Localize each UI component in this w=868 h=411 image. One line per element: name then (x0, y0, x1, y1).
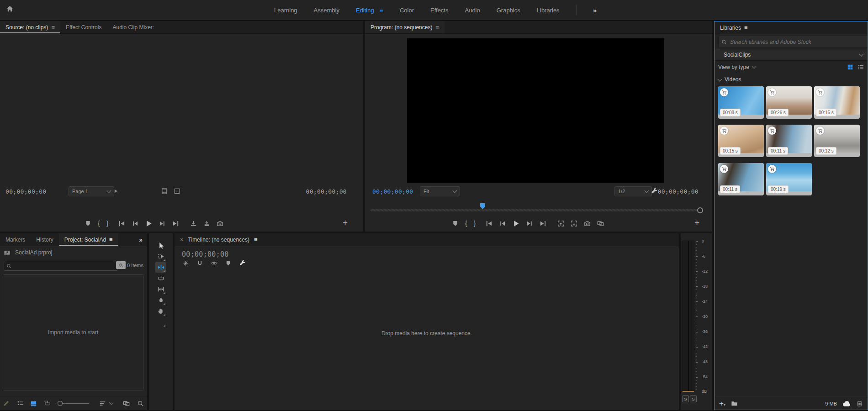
slip-tool[interactable] (155, 284, 166, 295)
mark-in-icon[interactable]: { (465, 220, 467, 227)
settings-wrench-icon[interactable] (651, 188, 658, 195)
view-by-type-label[interactable]: View by type (718, 64, 749, 70)
tab-markers[interactable]: Markers (0, 233, 31, 246)
video-card[interactable]: 00:11 s (766, 125, 812, 157)
zoom-slider-knob[interactable] (58, 401, 63, 406)
lift-icon[interactable] (557, 220, 564, 227)
workspace-tab-graphics[interactable]: Graphics (497, 7, 520, 14)
project-writable-icon[interactable] (3, 400, 10, 407)
cart-icon[interactable] (720, 165, 728, 173)
workspace-tab-editing[interactable]: Editing (356, 7, 374, 14)
panel-menu-icon[interactable]: ≡ (435, 24, 439, 31)
film-display-icon[interactable] (161, 188, 168, 195)
timeline-drop-zone[interactable]: Drop media here to create sequence. (175, 330, 679, 337)
pen-tool[interactable] (155, 295, 166, 306)
add-marker-icon[interactable] (452, 220, 459, 227)
scrubber-track[interactable] (370, 209, 701, 211)
tab-project[interactable]: Project: SocialAd ≡ (59, 233, 118, 246)
new-item-button[interactable]: +▾ (719, 400, 725, 407)
track-select-forward-tool[interactable] (155, 251, 166, 262)
chevron-down-icon[interactable] (109, 400, 114, 405)
mark-in-icon[interactable]: { (98, 220, 100, 227)
project-breadcrumb[interactable]: SocialAd.prproj (4, 249, 52, 256)
go-to-out-icon[interactable] (172, 220, 179, 227)
solo-left-button[interactable]: S (682, 395, 689, 402)
workspace-tab-audio[interactable]: Audio (465, 7, 480, 14)
find-icon[interactable] (137, 400, 144, 407)
razor-tool[interactable] (155, 273, 166, 284)
add-marker-icon[interactable] (85, 220, 91, 227)
list-view-icon[interactable] (17, 400, 24, 407)
cart-icon[interactable] (816, 88, 824, 96)
program-current-timecode[interactable]: 00;00;00;00 (372, 188, 413, 195)
export-frame-icon[interactable] (584, 220, 591, 227)
step-forward-icon[interactable] (159, 220, 166, 227)
step-forward-icon[interactable] (526, 220, 533, 227)
panel-menu-icon[interactable]: ≡ (254, 236, 258, 243)
mark-out-icon[interactable]: } (474, 220, 476, 227)
playback-resolution-select[interactable]: 1/2 (614, 186, 652, 196)
zoom-slider-track[interactable] (63, 403, 89, 404)
add-button[interactable]: + (694, 218, 699, 227)
tab-effect-controls[interactable]: Effect Controls (60, 21, 107, 33)
search-bin-button[interactable] (116, 261, 126, 269)
linked-selection-icon[interactable] (211, 260, 217, 266)
cart-icon[interactable] (768, 165, 776, 173)
workspace-tab-color[interactable]: Color (400, 7, 414, 14)
cart-icon[interactable] (720, 88, 728, 96)
hand-tool[interactable] (155, 306, 166, 316)
ripple-edit-tool[interactable] (155, 262, 166, 273)
video-card[interactable]: 00:26 s (766, 86, 812, 119)
tab-libraries[interactable]: Libraries ≡ (715, 21, 753, 34)
workspace-menu-icon[interactable]: ≡ (380, 6, 383, 14)
cart-icon[interactable] (816, 126, 824, 135)
button-editor-icon[interactable] (174, 188, 180, 195)
libraries-search-input[interactable] (729, 38, 866, 46)
grid-view-icon[interactable] (847, 64, 853, 70)
go-to-in-icon[interactable] (486, 220, 492, 227)
video-card[interactable]: 00:11 s (718, 163, 764, 195)
tab-program[interactable]: Program: (no sequences) ≡ (365, 21, 445, 33)
workspace-tab-libraries[interactable]: Libraries (537, 7, 560, 14)
panel-menu-icon[interactable]: ≡ (51, 24, 55, 31)
insert-icon[interactable] (190, 220, 197, 227)
program-video-preview[interactable] (407, 38, 664, 183)
add-marker-icon[interactable] (225, 260, 231, 266)
tab-history[interactable]: History (31, 233, 58, 246)
timeline-timecode[interactable]: 00;00;00;00 (182, 250, 229, 258)
panel-menu-icon[interactable]: ≡ (744, 24, 748, 31)
tab-timeline[interactable]: × Timeline: (no sequences) ≡ (175, 233, 263, 246)
cart-icon[interactable] (768, 88, 776, 96)
go-to-out-icon[interactable] (540, 220, 546, 227)
go-to-in-icon[interactable] (118, 220, 125, 227)
solo-right-button[interactable]: S (690, 395, 697, 402)
cloud-sync-icon[interactable] (842, 400, 851, 408)
overwrite-icon[interactable] (203, 220, 210, 227)
panel-overflow-button[interactable]: » (134, 236, 147, 243)
program-scrubber[interactable] (370, 208, 701, 212)
nest-toggle-icon[interactable] (183, 260, 189, 266)
play-icon[interactable] (145, 220, 153, 227)
add-button[interactable]: + (343, 218, 348, 227)
project-search-box[interactable] (4, 261, 118, 271)
source-page-select[interactable]: Page 1 (69, 186, 114, 196)
videos-section-header[interactable]: Videos (715, 74, 868, 84)
mark-out-icon[interactable]: } (106, 220, 109, 227)
video-card[interactable]: 00:15 s (718, 125, 764, 157)
sort-icon[interactable] (99, 400, 106, 407)
step-back-icon[interactable] (132, 220, 138, 227)
source-current-timecode[interactable]: 00;00;00;00 (5, 188, 46, 195)
icon-view-icon[interactable] (30, 400, 37, 407)
type-tool[interactable] (155, 316, 166, 327)
panel-menu-icon[interactable]: ≡ (109, 236, 113, 243)
workspace-tab-learning[interactable]: Learning (274, 7, 297, 14)
video-card[interactable]: 00:15 s (814, 86, 860, 119)
tab-audio-clip-mixer[interactable]: Audio Clip Mixer: (107, 21, 159, 33)
page-next-icon[interactable] (113, 189, 118, 194)
play-icon[interactable] (512, 220, 520, 227)
project-empty-area[interactable]: Import media to start (3, 274, 143, 390)
library-select[interactable]: SocialClips (715, 49, 868, 61)
cart-icon[interactable] (720, 126, 728, 135)
freeform-view-icon[interactable] (43, 400, 50, 407)
video-card[interactable]: 00:12 s (814, 125, 860, 157)
